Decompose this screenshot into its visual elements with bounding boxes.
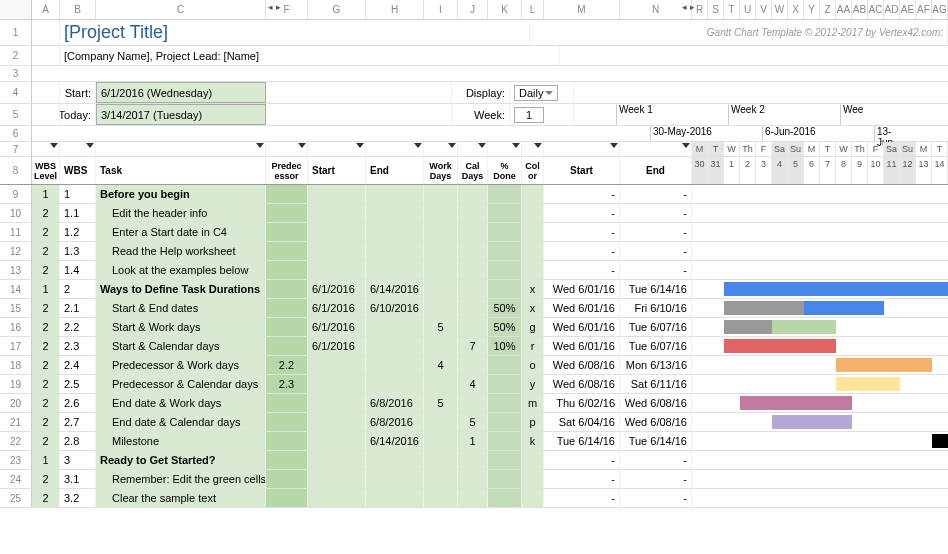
display-dropdown[interactable]: Daily — [514, 85, 558, 101]
week-input[interactable]: 1 — [514, 107, 544, 123]
pct-cell[interactable] — [488, 394, 522, 412]
pred-cell[interactable] — [266, 413, 308, 431]
start-cell[interactable] — [308, 261, 366, 279]
col-work[interactable]: Work Days — [424, 157, 458, 184]
task-cell[interactable]: Start & Work days — [96, 318, 266, 336]
task-cell[interactable]: Edit the header info — [96, 204, 266, 222]
col-header-B[interactable]: B — [60, 0, 96, 19]
wbs-cell[interactable]: 2.4 — [60, 356, 96, 374]
wbs-cell[interactable]: 2.7 — [60, 413, 96, 431]
task-cell[interactable]: Predecessor & Work days — [96, 356, 266, 374]
work-cell[interactable] — [424, 280, 458, 298]
cal-cell[interactable] — [458, 280, 488, 298]
task-cell[interactable]: End date & Work days — [96, 394, 266, 412]
col-cstart[interactable]: Start — [544, 157, 620, 184]
wbs-cell[interactable]: 3.2 — [60, 489, 96, 507]
work-cell[interactable] — [424, 204, 458, 222]
end-cell[interactable] — [366, 261, 424, 279]
row-header[interactable]: 9 — [0, 185, 32, 203]
col-color[interactable]: Col or — [522, 157, 544, 184]
pred-cell[interactable] — [266, 394, 308, 412]
start-cell[interactable] — [308, 185, 366, 203]
task-cell[interactable]: Start & Calendar days — [96, 337, 266, 355]
work-cell[interactable] — [424, 337, 458, 355]
pred-cell[interactable] — [266, 242, 308, 260]
col-header-G[interactable]: G — [308, 0, 366, 19]
pred-cell[interactable] — [266, 432, 308, 450]
col-header-S[interactable]: S — [708, 0, 724, 19]
color-cell[interactable]: x — [522, 280, 544, 298]
cal-cell[interactable] — [458, 489, 488, 507]
end-cell[interactable]: 6/14/2016 — [366, 280, 424, 298]
col-header-AG[interactable]: AG — [932, 0, 948, 19]
row-header[interactable]: 12 — [0, 242, 32, 260]
start-cell[interactable] — [308, 451, 366, 469]
work-cell[interactable] — [424, 470, 458, 488]
row-header[interactable]: 7 — [0, 142, 32, 156]
end-cell[interactable] — [366, 185, 424, 203]
pct-cell[interactable] — [488, 489, 522, 507]
subtitle[interactable]: [Company Name], Project Lead: [Name] — [64, 50, 259, 62]
end-cell[interactable] — [366, 337, 424, 355]
pct-cell[interactable] — [488, 413, 522, 431]
row-header[interactable]: 2 — [0, 46, 32, 65]
task-cell[interactable]: Clear the sample text — [96, 489, 266, 507]
end-cell[interactable] — [366, 318, 424, 336]
col-header-I[interactable]: I — [424, 0, 458, 19]
cal-cell[interactable] — [458, 451, 488, 469]
column-group-toggle[interactable]: ◂ ▸ — [682, 2, 695, 12]
color-cell[interactable] — [522, 223, 544, 241]
pred-cell[interactable] — [266, 223, 308, 241]
wbs-cell[interactable]: 1.1 — [60, 204, 96, 222]
col-header-C[interactable]: C — [96, 0, 266, 19]
row-header[interactable]: 22 — [0, 432, 32, 450]
col-header-AA[interactable]: AA — [836, 0, 852, 19]
work-cell[interactable] — [424, 451, 458, 469]
end-cell[interactable] — [366, 242, 424, 260]
start-date-input[interactable]: 6/1/2016 (Wednesday) — [96, 82, 266, 103]
wbs-level-cell[interactable]: 1 — [32, 280, 60, 298]
row-header[interactable]: 18 — [0, 356, 32, 374]
color-cell[interactable]: o — [522, 356, 544, 374]
pct-cell[interactable]: 50% — [488, 299, 522, 317]
wbs-cell[interactable]: 2.6 — [60, 394, 96, 412]
row-header[interactable]: 23 — [0, 451, 32, 469]
end-cell[interactable] — [366, 356, 424, 374]
wbs-level-cell[interactable]: 2 — [32, 318, 60, 336]
task-cell[interactable]: Read the Help worksheet — [96, 242, 266, 260]
task-cell[interactable]: Look at the examples below — [96, 261, 266, 279]
cal-cell[interactable] — [458, 261, 488, 279]
pct-cell[interactable] — [488, 451, 522, 469]
color-cell[interactable]: r — [522, 337, 544, 355]
pct-cell[interactable] — [488, 204, 522, 222]
start-cell[interactable] — [308, 432, 366, 450]
wbs-level-cell[interactable]: 2 — [32, 356, 60, 374]
work-cell[interactable] — [424, 223, 458, 241]
row-header[interactable]: 24 — [0, 470, 32, 488]
col-header-H[interactable]: H — [366, 0, 424, 19]
row-header[interactable]: 8 — [0, 157, 32, 184]
end-cell[interactable]: 6/8/2016 — [366, 413, 424, 431]
work-cell[interactable]: 5 — [424, 318, 458, 336]
color-cell[interactable] — [522, 451, 544, 469]
col-cal[interactable]: Cal Days — [458, 157, 488, 184]
pred-cell[interactable] — [266, 261, 308, 279]
cal-cell[interactable] — [458, 470, 488, 488]
task-cell[interactable]: Ways to Define Task Durations — [96, 280, 266, 298]
pred-cell[interactable] — [266, 470, 308, 488]
wbs-level-cell[interactable]: 2 — [32, 432, 60, 450]
col-header-V[interactable]: V — [756, 0, 772, 19]
pred-cell[interactable] — [266, 337, 308, 355]
col-header-K[interactable]: K — [488, 0, 522, 19]
color-cell[interactable]: k — [522, 432, 544, 450]
col-header-AC[interactable]: AC — [868, 0, 884, 19]
wbs-cell[interactable]: 2.1 — [60, 299, 96, 317]
start-cell[interactable] — [308, 242, 366, 260]
wbs-cell[interactable]: 3 — [60, 451, 96, 469]
wbs-level-cell[interactable]: 2 — [32, 242, 60, 260]
corner-cell[interactable] — [0, 0, 32, 19]
end-cell[interactable] — [366, 204, 424, 222]
start-cell[interactable] — [308, 413, 366, 431]
col-header-J[interactable]: J — [458, 0, 488, 19]
col-header-M[interactable]: M — [544, 0, 620, 19]
